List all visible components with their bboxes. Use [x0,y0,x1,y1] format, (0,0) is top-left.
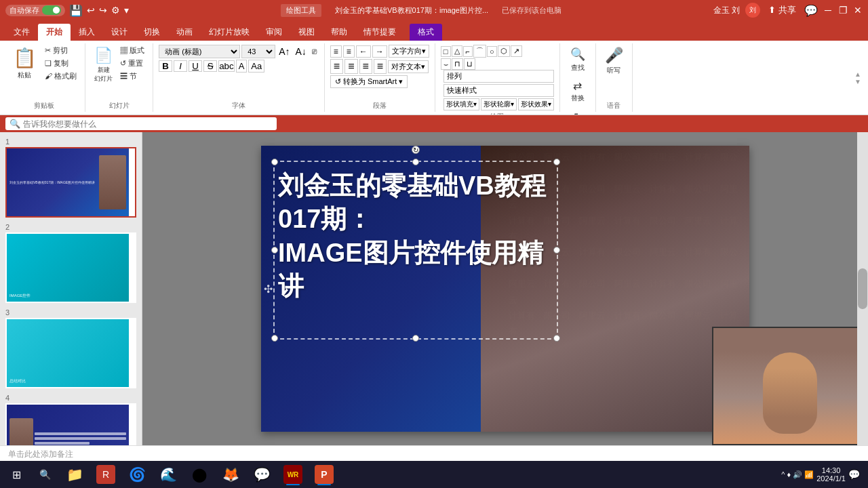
select-button[interactable]: ↖ 选择 [566,108,590,115]
shape-btn-6[interactable]: ⬡ [498,45,510,57]
increase-font-button[interactable]: A↑ [277,45,292,58]
align-right-button[interactable]: ≡ [359,59,372,74]
shadow-button[interactable]: abc [218,60,235,72]
taskbar-firefox[interactable]: 🦊 [216,462,245,487]
save-icon[interactable]: 💾 [69,4,83,17]
align-center-button[interactable]: ≡ [344,59,357,74]
number-list-button[interactable]: ≡ [343,45,355,58]
align-text-button[interactable]: 对齐文本▾ [388,60,429,73]
bold-button[interactable]: B [159,60,172,72]
close-button[interactable]: ✕ [853,5,863,15]
underline-button[interactable]: U [189,60,202,72]
taskbar-powerpoint[interactable]: P [309,462,339,487]
replace-button[interactable]: ⇄ 替换 [566,77,590,105]
slide-canvas[interactable]: 限公司 阿里云 计算有 限公司 阿里云 计算有 限公司 阿里云 计算有 限公司 … [261,146,749,432]
decrease-font-button[interactable]: A↓ [293,45,308,58]
scroll-right[interactable] [857,132,868,445]
slide-item-3[interactable]: 3 总结对比 [5,308,136,388]
shape-btn-3[interactable]: ⌐ [463,46,473,57]
text-direction-button[interactable]: 文字方向▾ [389,45,429,58]
ribbon-scroll[interactable]: ▲▼ [854,43,863,112]
customize-icon[interactable]: ⚙ [111,5,120,16]
shape-btn-9[interactable]: ⊓ [452,58,463,70]
reset-button[interactable]: ↺ 重置 [117,58,147,69]
tab-slideshow[interactable]: 幻灯片放映 [201,24,258,41]
tab-insert[interactable]: 插入 [71,24,103,41]
font-color-button[interactable]: A [236,60,248,73]
shape-btn-1[interactable]: □ [441,46,451,57]
scroll-thumb[interactable] [858,268,867,309]
format-painter-button[interactable]: 🖌 格式刷 [42,70,79,82]
taskbar-ie[interactable]: 🌀 [122,462,152,487]
cut-button[interactable]: ✂ 剪切 [42,45,79,56]
share-icon[interactable]: ⬆ 共享 [766,4,799,16]
slide-thumb-3[interactable]: 总结对比 [5,318,136,388]
taskbar-winrar[interactable]: WR [278,462,308,487]
comment-icon[interactable]: 💬 [804,4,818,17]
tab-file[interactable]: 文件 [5,24,38,41]
autosave-switch[interactable] [42,5,61,15]
decrease-indent-button[interactable]: ← [356,45,371,58]
tab-help[interactable]: 帮助 [323,24,355,41]
more-icon[interactable]: ▾ [124,5,129,16]
justify-button[interactable]: ≡ [374,59,387,74]
tab-format[interactable]: 格式 [410,24,442,41]
taskbar-edge[interactable]: 🌊 [153,462,183,487]
tab-design[interactable]: 设计 [103,24,136,41]
bullet-list-button[interactable]: ≡ [330,45,342,58]
redo-icon[interactable]: ↪ [99,5,107,16]
slide-thumb-1[interactable]: 刘金玉的零基础VB教程017期：IMAGE图片控件使用精讲 [5,147,136,218]
shape-btn-2[interactable]: △ [452,45,462,57]
section-button[interactable]: ☰ 节 [117,70,147,82]
slide-item-4[interactable]: 4 [5,394,136,445]
find-button[interactable]: 🔍 查找 [566,45,590,75]
arrange-button[interactable]: 排列 [443,70,554,83]
tab-animation[interactable]: 动画 [168,24,201,41]
taskbar-notification[interactable]: 💬 [848,469,860,480]
tab-view[interactable]: 视图 [290,24,323,41]
tab-storyboard[interactable]: 情节提要 [355,24,404,41]
shape-btn-7[interactable]: ↗ [511,45,522,57]
shape-btn-4[interactable]: ⌒ [473,45,486,58]
taskbar-app-red[interactable]: R [91,462,121,487]
restore-button[interactable]: ❐ [838,5,848,15]
autosave-toggle[interactable]: 自动保存 [5,5,65,16]
font-size-input[interactable]: Aa [248,60,264,73]
slide-item-2[interactable]: 2 IMAGE控件 [5,223,136,303]
start-button[interactable]: ⊞ [3,462,30,487]
shape-fill-button[interactable]: 形状填充▾ [443,98,479,110]
shape-btn-10[interactable]: ⊔ [464,58,475,70]
taskbar-files[interactable]: 📁 [60,462,90,487]
slide-item-1[interactable]: 1 刘金玉的零基础VB教程017期：IMAGE图片控件使用精讲 [5,138,136,218]
italic-button[interactable]: I [174,60,187,72]
shape-btn-8[interactable]: ⌣ [441,58,451,70]
tab-home[interactable]: 开始 [38,24,71,41]
quick-style-button[interactable]: 快速样式 [443,84,554,97]
strikethrough-button[interactable]: S [203,60,217,72]
paste-button[interactable]: 📋 粘贴 [8,45,41,82]
slide-thumb-4[interactable] [5,403,136,445]
undo-icon[interactable]: ↩ [87,5,95,16]
clear-format-button[interactable]: ⎚ [310,46,319,57]
search-button[interactable]: 🔍 [31,462,58,487]
copy-button[interactable]: ❑ 复制 [42,58,79,69]
align-left-button[interactable]: ≡ [330,59,343,74]
layout-button[interactable]: ▦ 版式 [117,45,147,56]
dictate-button[interactable]: 🎤 听写 [601,45,627,77]
taskbar-chrome[interactable]: ⬤ [184,462,214,487]
smartart-button[interactable]: ↺ 转换为 SmartArt ▾ [330,75,408,88]
slide-thumb-2[interactable]: IMAGE控件 [5,232,136,303]
shape-btn-5[interactable]: ○ [487,46,497,57]
tab-review[interactable]: 审阅 [258,24,290,41]
increase-indent-button[interactable]: → [372,45,387,58]
taskbar-messenger[interactable]: 💬 [247,462,277,487]
font-size-select[interactable]: 43 [241,45,275,58]
shape-outline-button[interactable]: 形状轮廓▾ [481,98,517,110]
new-slide-button[interactable]: 📄 新建幻灯片 [91,45,116,85]
tab-transition[interactable]: 切换 [136,24,168,41]
font-family-select[interactable]: 动画 (标题) [159,45,240,58]
minimize-button[interactable]: ─ [823,5,833,15]
search-input[interactable] [23,119,273,129]
slide-title[interactable]: 刘金玉的零基础VB教程017期：IMAGE图片控件使用精讲 [278,169,549,304]
shape-effect-button[interactable]: 形状效果▾ [518,98,554,110]
